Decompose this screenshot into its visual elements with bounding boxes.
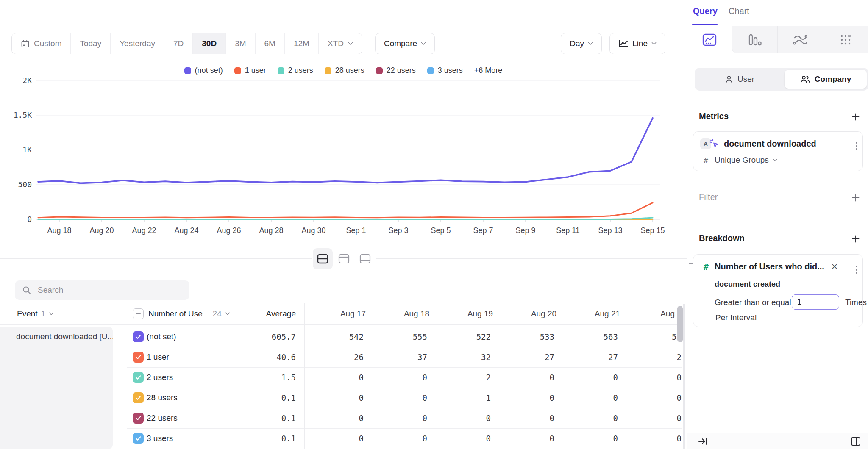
chart-type-button[interactable]: Line <box>609 33 665 54</box>
cell-value: 0 <box>512 408 576 428</box>
aggregation-selector[interactable]: Unique Groups <box>715 155 778 165</box>
chart-type-line-button[interactable] <box>687 26 732 53</box>
average-column-header: Average <box>237 303 296 324</box>
metric-name[interactable]: document downloaded <box>724 139 816 149</box>
average-value: 605.7 <box>237 327 296 347</box>
search-input[interactable] <box>37 285 174 295</box>
range-3m[interactable]: 3M <box>226 33 255 54</box>
table-row[interactable]: 1 user 40.6 26 37 32 27 27 2 <box>127 347 682 368</box>
series-label: 28 users <box>147 388 178 408</box>
metric-card[interactable]: A document downloaded # Unique Groups <box>693 131 863 171</box>
add-breakdown-button[interactable] <box>850 233 861 244</box>
row-checkbox[interactable] <box>133 413 144 424</box>
table-row[interactable]: 3 users 0.1 0 0 0 0 0 0 <box>127 428 682 449</box>
cell-value: 0 <box>385 428 448 449</box>
collapse-panel-icon[interactable] <box>698 437 708 446</box>
cell-value: 37 <box>385 347 448 367</box>
breakdown-condition[interactable]: Greater than or equal to <box>715 298 800 307</box>
range-12m[interactable]: 12M <box>285 33 319 54</box>
average-value: 0.1 <box>237 428 296 449</box>
y-axis-tick-label: 2K <box>22 76 32 85</box>
cell-value: 0 <box>385 388 448 408</box>
row-checkbox[interactable] <box>133 372 144 383</box>
table-scrollbar-thumb[interactable] <box>677 306 683 342</box>
table-scrollbar-track[interactable] <box>683 304 685 449</box>
cell-value: 0 <box>385 408 448 428</box>
cell-value: 0 <box>576 388 639 408</box>
table-row[interactable]: 28 users 0.1 0 0 1 0 0 0 <box>127 388 682 408</box>
tab-chart[interactable]: Chart <box>729 6 749 16</box>
timeseries-chart: 05001K1.5K2KAug 18Aug 20Aug 22Aug 24Aug … <box>0 59 687 241</box>
range-today[interactable]: Today <box>71 33 111 54</box>
table-row[interactable]: (not set) 605.7 542 555 522 533 563 53 <box>127 327 682 347</box>
cell-value: 555 <box>385 327 448 347</box>
compare-button[interactable]: Compare <box>375 33 435 54</box>
cell-value: 0 <box>512 428 576 449</box>
y-axis-tick-label: 0 <box>27 215 32 224</box>
series-line-(not set)[interactable] <box>38 118 653 183</box>
row-checkbox[interactable] <box>133 433 144 444</box>
select-all-checkbox[interactable] <box>133 303 144 324</box>
side-panel-icon[interactable] <box>851 437 861 446</box>
add-metric-button[interactable] <box>850 111 861 122</box>
tab-query[interactable]: Query <box>693 6 718 16</box>
average-value: 0.1 <box>237 408 296 428</box>
toggle-user[interactable]: User <box>695 68 785 91</box>
cell-value: 27 <box>512 347 576 367</box>
range-label: Custom <box>34 39 61 48</box>
add-filter-button[interactable] <box>850 192 861 203</box>
x-axis-tick-label: Sep 1 <box>346 226 366 235</box>
per-interval-label[interactable]: Per Interval <box>715 313 757 322</box>
range-7d[interactable]: 7D <box>164 33 193 54</box>
chevron-down-icon <box>773 158 778 162</box>
event-list-item[interactable]: document downloaded [U... <box>0 327 113 449</box>
toggle-company[interactable]: Company <box>785 70 867 89</box>
line-chart-icon <box>618 39 629 48</box>
x-axis-tick-label: Sep 15 <box>640 226 665 235</box>
date-column-header: Aug 20 <box>512 303 576 324</box>
granularity-button[interactable]: Day <box>561 33 602 54</box>
times-label: Times <box>845 298 867 307</box>
cell-value: 2 <box>448 367 512 388</box>
breakdown-title[interactable]: Number of Users who did... <box>715 262 824 272</box>
cell-value: 533 <box>512 327 576 347</box>
chart-type-grid-button[interactable] <box>823 26 868 53</box>
chart-toolbar: Custom Today Yesterday 7D 30D 3M 6M 12M … <box>11 33 665 54</box>
panel-bottom-bar <box>687 433 868 449</box>
table-row[interactable]: 2 users 1.5 0 0 2 0 0 0 <box>127 367 682 388</box>
drag-handle-icon[interactable] <box>689 263 693 268</box>
range-xtd[interactable]: XTD <box>319 33 362 54</box>
series-column-header[interactable]: Number of Use... 24 <box>148 303 230 324</box>
chevron-down-icon <box>588 42 593 45</box>
times-input[interactable] <box>792 294 839 310</box>
x-axis-tick-label: Aug 20 <box>89 226 114 235</box>
layout-chart-only-icon[interactable] <box>334 248 354 269</box>
row-checkbox[interactable] <box>133 392 144 403</box>
range-yesterday[interactable]: Yesterday <box>111 33 164 54</box>
series-label: 22 users <box>147 408 178 428</box>
breakdown-card[interactable]: # Number of Users who did... ✕ document … <box>693 254 863 327</box>
breakdown-event[interactable]: document created <box>715 280 780 289</box>
event-column-header[interactable]: Event 1 <box>17 303 54 324</box>
chevron-down-icon <box>49 312 54 316</box>
row-checkbox[interactable] <box>133 352 144 363</box>
range-custom[interactable]: Custom <box>12 33 71 54</box>
table-row[interactable]: 22 users 0.1 0 0 0 0 0 0 <box>127 408 682 429</box>
active-tab-underline <box>692 24 718 25</box>
layout-split-icon[interactable] <box>313 248 333 269</box>
chevron-down-icon <box>225 312 230 316</box>
row-checkbox[interactable] <box>133 331 144 342</box>
chart-type-flow-button[interactable] <box>777 26 823 53</box>
table-header: Event 1 Number of Use... 24 Average Aug … <box>0 303 682 325</box>
date-column-header: Aug 17 <box>321 303 385 324</box>
cell-value: 0 <box>576 367 639 388</box>
layout-table-only-icon[interactable] <box>355 248 375 269</box>
cell-value: 32 <box>448 347 512 367</box>
chart-type-bar-button[interactable] <box>732 26 777 53</box>
kebab-menu-icon[interactable] <box>856 266 857 274</box>
series-line-1 user[interactable] <box>38 203 653 218</box>
range-6m[interactable]: 6M <box>256 33 285 54</box>
kebab-menu-icon[interactable] <box>856 142 857 150</box>
close-icon[interactable]: ✕ <box>831 262 838 272</box>
range-30d[interactable]: 30D <box>193 33 226 54</box>
